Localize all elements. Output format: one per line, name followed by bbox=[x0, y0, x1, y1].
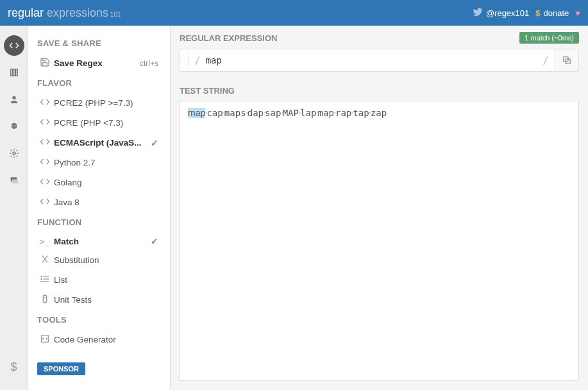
nav-sponsor-icon[interactable]: $ bbox=[4, 357, 24, 377]
donate-label: donate bbox=[544, 8, 569, 18]
twitter-icon bbox=[473, 7, 483, 19]
svg-rect-0 bbox=[10, 69, 12, 76]
teststring-title: TEST STRING bbox=[180, 86, 579, 96]
nav-regex-icon[interactable] bbox=[4, 35, 24, 56]
delim-open: / bbox=[189, 49, 206, 71]
match-badge: 1 match (~0ms) bbox=[519, 32, 579, 44]
flavor-item-0[interactable]: PCRE2 (PHP >=7.3) bbox=[35, 93, 164, 113]
svg-point-12 bbox=[41, 276, 42, 276]
function-icon: >_ bbox=[40, 237, 54, 246]
flavor-item-2[interactable]: ECMAScript (JavaS... ✓ bbox=[35, 133, 164, 153]
whitespace-marker: • bbox=[299, 110, 300, 116]
code-icon bbox=[40, 117, 54, 129]
regex-section-bar: REGULAR EXPRESSION 1 match (~0ms) bbox=[171, 26, 588, 49]
code-icon bbox=[40, 157, 54, 169]
flavor-label: PCRE (PHP <7.3) bbox=[54, 118, 158, 128]
logo-word-2: expressions bbox=[44, 6, 108, 19]
function-item-2[interactable]: List bbox=[35, 270, 164, 290]
section-function: FUNCTION bbox=[37, 217, 161, 227]
donate-link[interactable]: $ donate bbox=[535, 8, 569, 18]
copy-button[interactable] bbox=[554, 49, 578, 71]
whitespace-marker: • bbox=[316, 110, 317, 116]
logo-word-1: regular bbox=[8, 6, 44, 19]
flavor-item-1[interactable]: PCRE (PHP <7.3) bbox=[35, 113, 164, 133]
nav-discord-icon[interactable] bbox=[4, 116, 24, 137]
whitespace-marker: • bbox=[223, 110, 224, 116]
nav-library-icon[interactable] bbox=[4, 62, 24, 83]
delim-close: / bbox=[537, 49, 554, 71]
code-icon bbox=[40, 176, 54, 189]
code-generator-label: Code Generator bbox=[54, 335, 158, 344]
header: regular expressions 101 @regex101 $ dona… bbox=[0, 0, 588, 26]
nav-chat-icon[interactable] bbox=[4, 170, 24, 191]
svg-point-13 bbox=[41, 278, 42, 279]
function-icon bbox=[40, 274, 54, 286]
check-icon: ✓ bbox=[151, 138, 158, 148]
vertical-toolbar: $ bbox=[0, 26, 28, 390]
flavor-item-4[interactable]: Golang bbox=[35, 173, 164, 192]
flavor-label: ECMAScript (JavaS... bbox=[54, 138, 151, 148]
header-right: @regex101 $ donate ♥ bbox=[473, 7, 580, 19]
nav-settings-icon[interactable] bbox=[4, 143, 24, 164]
section-tools: TOOLS bbox=[37, 315, 161, 325]
save-regex-label: Save Regex bbox=[54, 58, 140, 68]
whitespace-marker: • bbox=[369, 110, 371, 116]
whitespace-marker: • bbox=[334, 110, 335, 116]
sponsor-badge[interactable]: SPONSOR bbox=[37, 362, 85, 375]
whitespace-marker: • bbox=[264, 110, 265, 116]
flavor-item-3[interactable]: Python 2.7 bbox=[35, 153, 164, 173]
svg-point-3 bbox=[12, 96, 15, 99]
flavor-item-5[interactable]: Java 8 bbox=[35, 192, 164, 212]
match-highlight: map bbox=[188, 108, 205, 118]
save-regex-button[interactable]: Save Regex ctrl+s bbox=[35, 53, 164, 73]
regex-input[interactable] bbox=[206, 49, 538, 71]
logo[interactable]: regular expressions 101 bbox=[8, 6, 473, 20]
flavor-label: Java 8 bbox=[54, 198, 158, 207]
function-icon bbox=[40, 254, 54, 266]
twitter-link[interactable]: @regex101 bbox=[473, 7, 529, 19]
save-icon bbox=[40, 57, 54, 69]
function-label: Substitution bbox=[54, 255, 158, 265]
whitespace-marker: • bbox=[351, 110, 353, 116]
code-icon bbox=[40, 334, 54, 346]
logo-suffix: 101 bbox=[108, 11, 121, 18]
whitespace-marker: • bbox=[246, 110, 248, 116]
svg-rect-1 bbox=[13, 69, 15, 76]
function-label: Match bbox=[54, 237, 151, 246]
check-icon: ✓ bbox=[151, 236, 158, 246]
section-flavor: FLAVOR bbox=[37, 78, 161, 88]
flavor-label: Golang bbox=[54, 178, 158, 187]
sidebar: SAVE & SHARE Save Regex ctrl+s FLAVOR PC… bbox=[28, 26, 171, 390]
function-icon bbox=[40, 294, 54, 306]
svg-rect-8 bbox=[12, 180, 17, 183]
heart-icon: ♥ bbox=[575, 8, 580, 18]
function-item-0[interactable]: >_ Match ✓ bbox=[35, 232, 164, 250]
flavor-label: Python 2.7 bbox=[54, 158, 158, 167]
twitter-handle: @regex101 bbox=[486, 8, 529, 18]
whitespace-marker: • bbox=[281, 110, 282, 116]
code-generator-button[interactable]: Code Generator bbox=[35, 330, 164, 350]
grip-icon[interactable]: ⋮⋮ bbox=[180, 49, 189, 71]
code-icon bbox=[40, 137, 54, 149]
svg-point-4 bbox=[12, 125, 13, 126]
function-label: List bbox=[54, 275, 158, 285]
main: REGULAR EXPRESSION 1 match (~0ms) ⋮⋮ / /… bbox=[171, 26, 588, 390]
function-label: Unit Tests bbox=[54, 295, 158, 305]
teststring-section-bar: TEST STRING bbox=[171, 80, 588, 101]
code-icon bbox=[40, 196, 54, 208]
section-save-share: SAVE & SHARE bbox=[37, 38, 161, 48]
test-string-area[interactable]: map•cap•maps•dap•sap•MAP•lap•map•rap•tap… bbox=[180, 101, 579, 381]
svg-point-5 bbox=[15, 125, 16, 126]
svg-rect-2 bbox=[15, 69, 17, 76]
svg-rect-15 bbox=[43, 295, 46, 303]
nav-account-icon[interactable] bbox=[4, 89, 24, 110]
function-item-1[interactable]: Substitution bbox=[35, 250, 164, 270]
code-icon bbox=[40, 97, 54, 109]
save-shortcut: ctrl+s bbox=[140, 59, 158, 68]
flavor-label: PCRE2 (PHP >=7.3) bbox=[54, 98, 158, 108]
regex-title: REGULAR EXPRESSION bbox=[180, 33, 519, 43]
dollar-icon: $ bbox=[535, 8, 540, 18]
svg-point-14 bbox=[41, 281, 42, 282]
regex-row: ⋮⋮ / / bbox=[180, 49, 579, 72]
function-item-3[interactable]: Unit Tests bbox=[35, 290, 164, 310]
